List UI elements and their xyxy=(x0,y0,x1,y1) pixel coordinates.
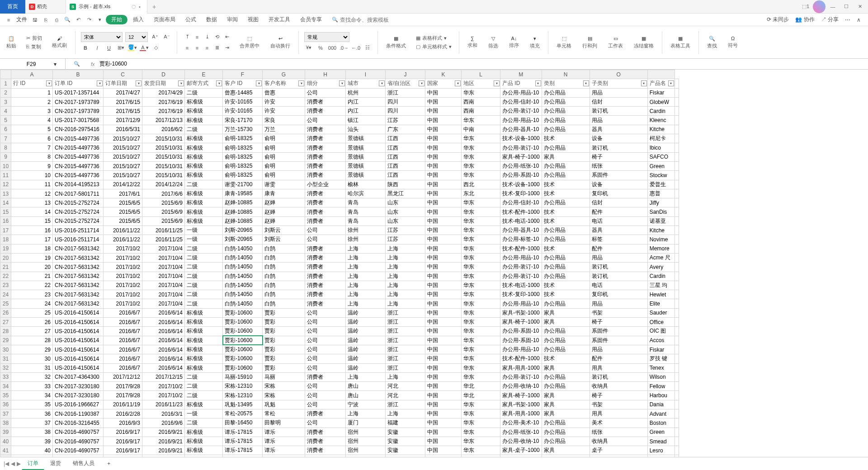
cell[interactable]: 技术 xyxy=(542,244,590,253)
cell[interactable]: Fellow xyxy=(647,382,675,391)
cell[interactable]: 四川 xyxy=(386,107,425,116)
page-layout-tab[interactable]: 页面布局 xyxy=(149,16,180,24)
cell[interactable]: 华东 xyxy=(462,372,500,381)
cell[interactable]: 2014/12/22 xyxy=(104,180,142,189)
fill-color-button[interactable]: 🪣▾ xyxy=(128,43,137,52)
cell[interactable]: CN-2016-4690757 xyxy=(53,428,104,437)
cell[interactable]: 哈尔滨 xyxy=(346,189,386,198)
table-header-cell[interactable]: 行 ID▾ xyxy=(11,79,53,88)
cell[interactable]: 华东 xyxy=(462,134,500,143)
cell[interactable]: 唐山 xyxy=(346,391,386,400)
cell[interactable]: 消费者 xyxy=(305,281,346,290)
close-icon[interactable]: ✕ xyxy=(854,0,866,13)
align-top-icon[interactable]: ⤒ xyxy=(183,33,192,42)
cell[interactable]: 宋良 xyxy=(263,116,305,125)
cell[interactable]: 景德镇 xyxy=(346,171,386,180)
cell[interactable]: 谭乐 xyxy=(263,437,305,446)
cell[interactable]: 2017/10/4 xyxy=(142,263,185,272)
sheet-tab[interactable]: 订单 xyxy=(22,457,44,470)
cell[interactable]: 小型企业 xyxy=(305,180,346,189)
cell[interactable]: 办公用品 xyxy=(542,171,590,180)
cell[interactable]: 技术 xyxy=(542,290,590,299)
cell[interactable]: 2017/10/4 xyxy=(142,281,185,290)
cell[interactable]: 18 xyxy=(11,244,53,253)
cell[interactable]: 办公用-用品-10 xyxy=(500,253,542,262)
cell[interactable]: 收纳具 xyxy=(590,382,647,391)
row-header[interactable]: 19 xyxy=(0,244,11,253)
cell[interactable]: 俞明-18325 xyxy=(223,161,263,170)
cell[interactable]: 2016/9/17 xyxy=(104,446,142,455)
cell[interactable]: 福建 xyxy=(386,418,425,428)
cell[interactable]: 办公用品 xyxy=(542,272,590,281)
cell[interactable]: 消费者 xyxy=(305,372,346,381)
cell[interactable]: 2017/6/6 xyxy=(142,189,185,198)
cell[interactable]: 装订机 xyxy=(590,372,647,381)
cell[interactable]: 11 xyxy=(11,180,53,189)
cell[interactable]: GlobeW xyxy=(647,97,675,106)
col-header[interactable]: C xyxy=(104,70,142,79)
cell[interactable]: 宁波 xyxy=(346,400,386,409)
row-header[interactable]: 32 xyxy=(0,363,11,372)
cell[interactable]: 中国 xyxy=(425,235,462,244)
cell[interactable]: 赵婵 xyxy=(263,216,305,226)
cell[interactable]: 家具-椅子-1000 xyxy=(500,391,542,400)
cell[interactable]: 2016/7/5 xyxy=(142,455,185,457)
cell[interactable]: 2016/6/7 xyxy=(104,336,142,345)
table-header-cell[interactable]: 邮寄方式▾ xyxy=(185,79,223,88)
cell[interactable]: 中国 xyxy=(425,382,462,391)
cell[interactable]: 家具 xyxy=(542,308,590,317)
cell[interactable]: 2016/9/6 xyxy=(142,418,185,428)
spreadsheet-grid[interactable]: ABCDEFGHIJKLMNO1行 ID▾订单 ID▾订单日期▾发货日期▾邮寄方… xyxy=(0,70,868,457)
cell[interactable]: 2015/10/31 xyxy=(142,171,185,180)
cell[interactable]: 白鹄 xyxy=(263,253,305,262)
filter-dropdown-icon[interactable]: ▾ xyxy=(535,80,541,86)
cell[interactable]: 贾彩 xyxy=(263,336,305,345)
cell[interactable]: 华东 xyxy=(462,299,500,308)
cell[interactable]: 浙江 xyxy=(386,308,425,317)
cell[interactable]: 信封 xyxy=(590,198,647,207)
cell[interactable]: 技术-复印-1000 xyxy=(500,189,542,198)
cell[interactable]: 31 xyxy=(11,363,53,372)
cell[interactable]: 江苏 xyxy=(386,116,425,125)
cell[interactable]: 二级 xyxy=(185,382,223,391)
cell[interactable]: 中国 xyxy=(425,354,462,363)
cell[interactable]: 赵婵-10885 xyxy=(223,207,263,216)
cell[interactable]: 白鹄 xyxy=(263,299,305,308)
cell[interactable]: 山东 xyxy=(386,198,425,207)
cell[interactable]: CN-2016-1190387 xyxy=(53,409,104,418)
cell-group[interactable]: ⬚单元格 xyxy=(554,28,574,57)
cell[interactable]: 办公用-系固-10 xyxy=(500,171,542,180)
cell[interactable]: 消费者 xyxy=(305,171,346,180)
cell[interactable]: 安徽 xyxy=(386,446,425,455)
cell[interactable]: CN-2016-4674254 xyxy=(53,455,104,457)
cell[interactable]: 二级 xyxy=(185,88,223,97)
cell[interactable]: 纸张 xyxy=(590,161,647,170)
find-button[interactable]: 🔍查找 xyxy=(704,28,720,57)
cell[interactable]: 2016/11/19 xyxy=(104,400,142,409)
cell[interactable]: 办公用-器具-10 xyxy=(500,125,542,134)
cell[interactable]: 俞明-18325 xyxy=(223,152,263,161)
row-header[interactable]: 1 xyxy=(0,79,11,88)
filter-dropdown-icon[interactable]: ▾ xyxy=(97,80,103,86)
cond-format[interactable]: ▦条件格式 xyxy=(383,28,409,57)
col-header[interactable] xyxy=(0,70,11,79)
cell[interactable]: CN-2015-2752724 xyxy=(53,207,104,216)
cell[interactable]: 2016/5/31 xyxy=(104,125,142,134)
cell[interactable]: 技术-电话-1000 xyxy=(500,281,542,290)
align-left-icon[interactable]: ≡ xyxy=(183,43,192,52)
cell[interactable]: 公司 xyxy=(305,418,346,428)
cell[interactable]: 办公用品 xyxy=(542,88,590,97)
cell[interactable]: 标准级 xyxy=(185,189,223,198)
paste-group[interactable]: 📋 粘贴 xyxy=(4,28,19,57)
formula-input[interactable] xyxy=(98,61,868,67)
ribbon-collapse-icon[interactable]: ⋯ xyxy=(845,17,850,23)
row-header[interactable]: 29 xyxy=(0,336,11,345)
cell[interactable]: 41 xyxy=(11,455,53,457)
cell[interactable]: 办公用-用品-10 xyxy=(500,116,542,125)
italic-button[interactable]: I xyxy=(93,43,102,52)
cell[interactable]: 温岭 xyxy=(346,318,386,327)
row-header[interactable]: 37 xyxy=(0,409,11,418)
row-header[interactable]: 31 xyxy=(0,354,11,363)
cell[interactable]: 办公用-装订-10 xyxy=(500,143,542,152)
data-tab[interactable]: 数据 xyxy=(202,16,222,24)
